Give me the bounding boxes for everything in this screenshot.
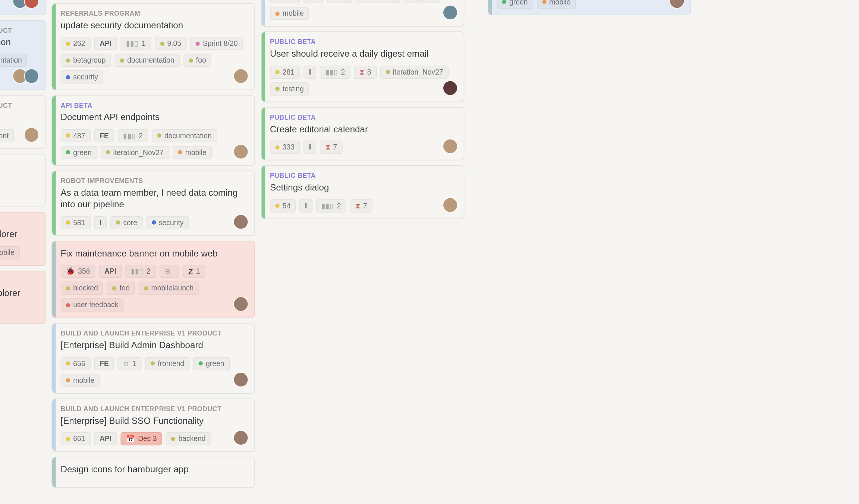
avatar[interactable] xyxy=(443,139,457,154)
chip[interactable]: foo xyxy=(183,54,211,67)
avatar[interactable] xyxy=(443,197,457,212)
chip[interactable]: API xyxy=(94,37,117,50)
chip[interactable]: testing xyxy=(270,82,309,95)
chip[interactable]: ⊖ xyxy=(160,265,179,278)
card[interactable]: Fix maintenance banner on mobile web 🐞35… xyxy=(51,240,255,318)
chip[interactable]: security xyxy=(61,70,104,84)
chip[interactable]: ▮▮▯2 xyxy=(125,265,156,278)
chip[interactable]: FE xyxy=(94,357,114,370)
chip[interactable]: ▮▮▯1 xyxy=(120,37,151,50)
chip[interactable]: documentation xyxy=(0,54,27,67)
project-label[interactable]: PUBLIC BETA xyxy=(270,113,456,120)
chip[interactable]: 281 xyxy=(270,65,300,78)
chip[interactable]: green xyxy=(404,0,440,3)
chip[interactable]: 694 xyxy=(270,0,300,3)
chip[interactable]: FE xyxy=(94,129,114,142)
chip[interactable]: iteration_Nov27 xyxy=(380,65,449,78)
chip[interactable]: ⊖1 xyxy=(118,357,142,370)
chip[interactable]: ⧗8 xyxy=(354,65,377,78)
chip[interactable]: 9.05 xyxy=(155,37,187,50)
project-label[interactable]: MARKETING ROLLOUT xyxy=(0,277,38,284)
avatar[interactable] xyxy=(233,430,248,445)
avatar[interactable] xyxy=(24,0,39,8)
chip[interactable]: 262 xyxy=(61,37,91,50)
card[interactable]: PUBLIC BETA Settings dialog 54I▮▮▯2⧗7 xyxy=(261,165,464,219)
avatar[interactable] xyxy=(233,69,248,84)
card[interactable]: BUILD AND LAUNCH ENTERPRISE V1 PRODUCT D… xyxy=(261,0,464,26)
chip[interactable]: mobile xyxy=(0,246,20,259)
chip[interactable]: FE xyxy=(303,0,324,3)
chip[interactable]: 54 xyxy=(270,199,296,212)
avatar[interactable] xyxy=(233,144,248,159)
card[interactable]: MARKETING ROLLOUT Support Latest version… xyxy=(0,270,45,324)
avatar[interactable] xyxy=(24,69,39,84)
card[interactable]: MARKETING ROLLOUT Signup form is broken … xyxy=(0,212,45,266)
project-label[interactable]: API BETA xyxy=(61,102,247,109)
chip[interactable]: documentation xyxy=(114,54,180,67)
avatar[interactable] xyxy=(233,296,248,311)
chip[interactable]: Sprint 8/20 xyxy=(190,37,243,50)
chip[interactable]: ⧗7 xyxy=(320,141,343,154)
chip[interactable]: I xyxy=(303,141,316,154)
card[interactable]: MARKETING ROLLOUT Use new fonts on home … xyxy=(488,0,691,15)
project-label[interactable]: BUILD AND LAUNCH ENTERPRISE V1 PRODUCT xyxy=(0,26,38,34)
chip[interactable]: front xyxy=(0,129,14,142)
card[interactable]: BUILD AND LAUNCH ENTERPRISE V1 PRODUCT [… xyxy=(0,0,45,15)
chip[interactable]: green xyxy=(61,146,97,159)
avatar[interactable] xyxy=(443,5,457,20)
card[interactable]: REFERRALS PROGRAM Payment plan update 68… xyxy=(0,154,45,207)
project-label[interactable]: BUILD AND LAUNCH ENTERPRISE V1 PRODUCT xyxy=(0,102,38,109)
chip[interactable]: 📅Dec 3 xyxy=(120,432,162,445)
chip[interactable]: green xyxy=(497,0,533,8)
chip[interactable]: 661 xyxy=(61,432,91,445)
card[interactable]: BUILD AND LAUNCH ENTERPRISE V1 PRODUCT [… xyxy=(0,95,45,149)
chip[interactable]: ⧗7 xyxy=(350,199,373,212)
chip[interactable]: mobile xyxy=(270,7,309,20)
card[interactable]: ROBOT IMPROVEMENTS As a data team member… xyxy=(51,170,255,236)
chip[interactable]: I xyxy=(299,199,312,212)
avatar[interactable] xyxy=(233,372,248,387)
chip[interactable]: documentation xyxy=(152,129,217,142)
project-label[interactable]: PUBLIC BETA xyxy=(270,172,456,179)
chip[interactable]: backend xyxy=(166,432,211,445)
project-label[interactable]: REFERRALS PROGRAM xyxy=(61,10,247,17)
chip[interactable]: ▮▮▯2 xyxy=(320,65,350,78)
chip[interactable]: API xyxy=(99,265,122,278)
chip[interactable]: Z1 xyxy=(183,265,205,278)
chip[interactable]: 656 xyxy=(61,357,91,370)
chip[interactable]: mobilelaunch xyxy=(139,281,199,294)
project-label[interactable]: BUILD AND LAUNCH ENTERPRISE V1 PRODUCT xyxy=(61,405,247,412)
chip[interactable]: foo xyxy=(107,281,135,294)
chip[interactable]: security xyxy=(146,216,189,229)
card[interactable]: BUILD AND LAUNCH ENTERPRISE V1 PRODUCT [… xyxy=(51,323,255,393)
chip[interactable]: frontend xyxy=(356,0,400,3)
project-label[interactable]: ROBOT IMPROVEMENTS xyxy=(61,177,247,184)
chip[interactable]: frontend xyxy=(145,357,189,370)
chip[interactable]: I xyxy=(303,65,316,78)
chip[interactable]: mobile xyxy=(61,374,100,387)
chip[interactable]: 🐞356 xyxy=(61,265,95,278)
card[interactable]: PUBLIC BETA User should receive a daily … xyxy=(261,31,464,102)
chip[interactable]: I xyxy=(94,216,107,229)
card[interactable]: Design icons for hamburger app xyxy=(51,457,255,488)
chip[interactable]: betagroup xyxy=(61,54,111,67)
chip[interactable]: iteration_Nov27 xyxy=(101,146,169,159)
chip[interactable]: 487 xyxy=(61,129,91,142)
card[interactable]: BUILD AND LAUNCH ENTERPRISE V1 PRODUCT [… xyxy=(0,20,45,90)
chip[interactable]: 333 xyxy=(270,141,300,154)
card[interactable]: BUILD AND LAUNCH ENTERPRISE V1 PRODUCT [… xyxy=(51,398,255,452)
avatar[interactable] xyxy=(24,127,39,142)
project-label[interactable]: PUBLIC BETA xyxy=(270,38,456,45)
chip[interactable]: green xyxy=(193,357,230,370)
chip[interactable]: ▲1 xyxy=(327,0,352,3)
chip[interactable]: mobile xyxy=(537,0,576,8)
collapsed-column-label[interactable]: Ready for Deploy xyxy=(470,0,482,492)
chip[interactable]: blocked xyxy=(61,281,104,294)
project-label[interactable]: REFERRALS PROGRAM xyxy=(0,160,38,167)
card[interactable]: PUBLIC BETA Create editorial calendar 33… xyxy=(261,107,464,160)
chip[interactable]: API xyxy=(94,432,117,445)
chip[interactable]: 581 xyxy=(61,216,91,229)
card[interactable]: API BETA Document API endpoints 487FE▮▮▯… xyxy=(51,95,255,166)
chip[interactable]: core xyxy=(111,216,143,229)
chip[interactable]: user feedback xyxy=(61,298,124,311)
